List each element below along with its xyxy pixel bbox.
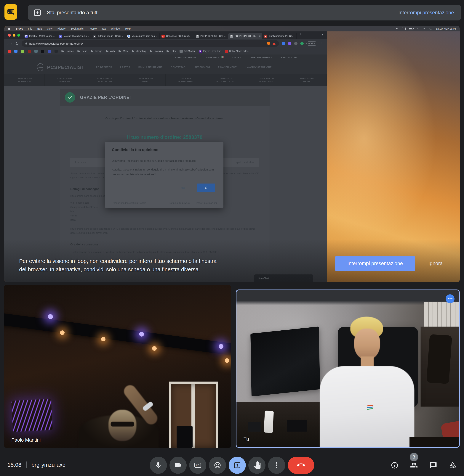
configure-mini-pc[interactable]: CONFIGURA UNMINI PC bbox=[125, 74, 165, 86]
tile-options-button[interactable] bbox=[445, 294, 454, 303]
activities-button[interactable] bbox=[449, 461, 456, 469]
bookmark-favicon[interactable] bbox=[21, 50, 24, 53]
wifi-icon[interactable] bbox=[423, 27, 426, 30]
menu-item-help[interactable]: Help bbox=[125, 27, 131, 30]
meeting-details-button[interactable] bbox=[391, 461, 398, 469]
bookmark-favicon[interactable] bbox=[8, 50, 11, 53]
captions-button[interactable]: CC bbox=[189, 457, 206, 474]
menu-item-window[interactable]: Window bbox=[111, 27, 120, 30]
browser-tab[interactable]: PPCSPECIALIST - Configura bbox=[194, 33, 228, 39]
menu-item-file[interactable]: File bbox=[28, 27, 32, 30]
browser-tab-active[interactable]: PPCSPECIALIST - Confe× bbox=[228, 33, 262, 39]
configure-server[interactable]: CONFIGURA UNSERVER bbox=[286, 74, 327, 86]
menu-item-history[interactable]: History bbox=[58, 27, 66, 30]
browser-menu-icon[interactable]: ⋮ bbox=[320, 41, 324, 46]
bookmark-siteminder[interactable]: SiteMinder bbox=[180, 50, 195, 53]
extension-icon[interactable] bbox=[288, 42, 291, 45]
nav-contattaci[interactable]: CONTATTACI bbox=[171, 66, 186, 69]
dialog-yes-button[interactable]: SÌ bbox=[197, 183, 215, 192]
utility-delivery[interactable]: CONSEGNA A bbox=[205, 56, 224, 58]
utility-leadtimes[interactable]: TEMPI PREVENTIVI ▾ bbox=[250, 56, 272, 58]
reload-button[interactable]: ↻ bbox=[15, 42, 19, 46]
bookmark-favicon[interactable] bbox=[14, 50, 18, 53]
vpn-button[interactable]: + VPN bbox=[306, 41, 317, 46]
configure-notebook[interactable]: CONFIGURA UNNOTEBOOK bbox=[45, 74, 85, 86]
participant-tile-self[interactable]: Tu bbox=[236, 289, 460, 448]
end-call-button[interactable] bbox=[288, 457, 314, 474]
menu-item-edit[interactable]: Edit bbox=[37, 27, 42, 30]
shortcuts-icon[interactable] bbox=[396, 27, 398, 30]
bookmark-folder-web[interactable]: Web bbox=[106, 50, 115, 52]
menu-item-people[interactable]: People bbox=[88, 27, 97, 30]
stop-presenting-button[interactable]: Interrompi presentazione bbox=[335, 256, 415, 271]
configure-pc-desktop[interactable]: CONFIGURA UNPC DESKTOP bbox=[4, 74, 45, 86]
tab-search-icon[interactable]: ▾ bbox=[322, 33, 323, 36]
bookmark-folder-later[interactable]: Later bbox=[166, 50, 176, 52]
live-chat-widget[interactable]: Live Chat ▾ bbox=[254, 275, 313, 282]
bluetooth-icon[interactable] bbox=[416, 27, 419, 30]
bookmark-folder-design[interactable]: Design bbox=[91, 50, 102, 52]
bookmark-favicon[interactable] bbox=[41, 50, 44, 53]
menu-item-tab[interactable]: Tab bbox=[102, 27, 106, 30]
bookmark-folder-work[interactable]: Work bbox=[118, 50, 128, 52]
presentation-issue-badge[interactable] bbox=[4, 4, 17, 20]
display-icon[interactable] bbox=[429, 27, 432, 30]
configure-overcloccati[interactable]: CONFIGURAPC OVERCLOCCATI bbox=[206, 74, 246, 86]
browser-tab[interactable]: ▸Consigliati PC Builds for v bbox=[160, 33, 194, 39]
nav-pc-desktop[interactable]: PC DESKTOP bbox=[96, 66, 112, 69]
forward-button[interactable]: › bbox=[11, 42, 13, 46]
browser-tab[interactable]: MMatchly | Match your song bbox=[23, 33, 57, 39]
mic-button[interactable] bbox=[150, 457, 167, 474]
nav-lavoro[interactable]: LAVORO/ISTRUZIONE bbox=[246, 66, 272, 69]
bookmark-favicon[interactable] bbox=[55, 50, 58, 53]
reactions-button[interactable] bbox=[209, 457, 226, 474]
new-tab-button[interactable]: + bbox=[300, 31, 302, 36]
bookmark-favicon[interactable] bbox=[48, 50, 51, 53]
dialog-privacy-link[interactable]: Norme sulla privacy bbox=[169, 201, 190, 204]
menu-bar-clock[interactable]: Sat 27 May 15:08 bbox=[435, 27, 456, 30]
bookmark-folder-learning[interactable]: Learning bbox=[150, 50, 163, 52]
utility-currency[interactable]: € EUR ▾ bbox=[232, 56, 241, 58]
utility-forum[interactable]: EXTRA DEL FORUM bbox=[175, 56, 196, 58]
bookmark-player-three[interactable]: NPlayer Three Prin bbox=[199, 50, 221, 53]
more-options-button[interactable] bbox=[268, 457, 285, 474]
battery-icon[interactable] bbox=[409, 28, 413, 30]
ignore-button[interactable]: Ignora bbox=[419, 256, 452, 271]
extension-icon[interactable] bbox=[282, 42, 285, 45]
extension-icon[interactable] bbox=[300, 42, 304, 45]
utility-account[interactable]: IL MIO ACCOUNT bbox=[280, 56, 299, 58]
tab-close-icon[interactable]: × bbox=[259, 35, 261, 38]
nav-laptop[interactable]: LAPTOP bbox=[120, 66, 130, 69]
nav-multifunzione[interactable]: PC MULTIFUNZIONE bbox=[138, 66, 163, 69]
browser-tab[interactable]: MMatchly | Match your song bbox=[57, 33, 91, 39]
chat-button[interactable] bbox=[429, 461, 437, 469]
participants-button[interactable]: 3 bbox=[410, 461, 418, 469]
window-traffic-lights[interactable] bbox=[8, 34, 20, 37]
menu-item-bookmarks[interactable]: Bookmarks bbox=[70, 27, 84, 30]
bookmark-favicon[interactable] bbox=[34, 50, 38, 53]
adguard-icon[interactable] bbox=[272, 42, 276, 45]
raise-hand-button[interactable] bbox=[248, 457, 265, 474]
configure-all-in-one[interactable]: CONFIGURA UNPC ALL IN ONE bbox=[85, 74, 125, 86]
input-source-badge[interactable]: IT bbox=[402, 27, 406, 30]
site-logo[interactable]: PCSPECIALIST bbox=[36, 63, 85, 71]
browser-tab[interactable]: Gvocale paste from google tr bbox=[126, 33, 160, 39]
participant-tile-paolo[interactable]: Paolo Mantini bbox=[4, 285, 231, 448]
nav-finanziamenti[interactable]: FINANZIAMENTI bbox=[218, 66, 237, 69]
back-button[interactable]: ‹ bbox=[7, 42, 9, 46]
extension-icon[interactable] bbox=[294, 42, 298, 45]
present-button[interactable] bbox=[229, 457, 246, 474]
menu-item-brave[interactable]: Brave bbox=[16, 27, 23, 30]
brave-shield-icon[interactable] bbox=[267, 42, 270, 45]
dialog-no-button[interactable]: NO bbox=[181, 186, 185, 189]
bookmark-folder-read[interactable]: Read bbox=[77, 50, 87, 52]
menu-item-view[interactable]: View bbox=[47, 27, 52, 30]
browser-tab[interactable]: ▲Tutorial: Image - Documenti bbox=[91, 33, 126, 39]
address-bar[interactable]: https://www.pcspecialist.it/conferma-ord… bbox=[22, 40, 279, 47]
bookmark-folder-finance[interactable]: Finance bbox=[61, 50, 74, 52]
browser-tab[interactable]: ■Configurazione PC Gaming bbox=[262, 33, 297, 39]
bookmark-favicon[interactable] bbox=[28, 50, 31, 53]
configure-liquid-series[interactable]: CONFIGURALIQUID SERIES! bbox=[165, 74, 206, 86]
nav-recensioni[interactable]: RECENSIONI bbox=[194, 66, 210, 69]
dialog-more-info-link[interactable]: Ulteriori informazioni bbox=[195, 201, 217, 204]
